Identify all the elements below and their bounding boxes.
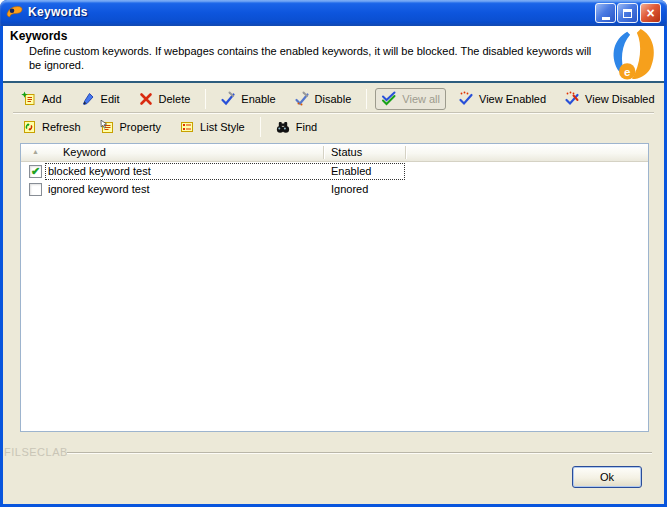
view-disabled-button[interactable]: View Disabled: [558, 88, 661, 110]
svg-text:e: e: [624, 66, 631, 78]
view-all-button[interactable]: View all: [375, 88, 446, 110]
toolbar-separator: [205, 89, 206, 109]
property-button[interactable]: Property: [93, 116, 168, 138]
refresh-icon: [21, 119, 37, 135]
close-button[interactable]: ×: [640, 3, 661, 23]
page-header: Keywords Define custom keywords. If webp…: [3, 26, 664, 83]
enable-button-label: Enable: [241, 93, 275, 105]
list-row-ignored-keyword[interactable]: ignored keyword test Ignored: [21, 181, 648, 199]
edit-icon: [80, 91, 96, 107]
enable-button[interactable]: Enable: [214, 88, 281, 110]
view-all-button-label: View all: [402, 93, 440, 105]
ok-button[interactable]: Ok: [572, 466, 642, 488]
view-disabled-icon: [564, 91, 580, 107]
view-enabled-button[interactable]: View Enabled: [452, 88, 552, 110]
dialog-client-area: Keywords Define custom keywords. If webp…: [3, 26, 664, 504]
row-checkbox-unchecked[interactable]: [29, 183, 42, 196]
disable-icon: [294, 91, 310, 107]
edit-button[interactable]: Edit: [74, 88, 126, 110]
row-checkbox-checked[interactable]: ✔: [29, 165, 42, 178]
find-icon: [275, 119, 291, 135]
view-all-icon: [381, 91, 397, 107]
refresh-button[interactable]: Refresh: [15, 116, 87, 138]
find-button-label: Find: [296, 121, 317, 133]
column-separator[interactable]: [405, 146, 406, 159]
list-style-button-label: List Style: [200, 121, 245, 133]
app-icon: [6, 4, 24, 22]
page-title: Keywords: [10, 29, 67, 43]
status-cell: Ignored: [331, 183, 368, 195]
maximize-icon: [623, 9, 632, 18]
list-header: ▲ Keyword Status: [21, 144, 648, 162]
delete-icon: [138, 91, 154, 107]
maximize-button[interactable]: [617, 3, 638, 23]
filseclab-brand-text: FILSECLAB: [4, 446, 68, 458]
add-icon: [21, 91, 37, 107]
delete-button[interactable]: Delete: [132, 88, 197, 110]
disable-button-label: Disable: [315, 93, 352, 105]
filseclab-wings-logo: e: [606, 28, 660, 82]
minimize-button[interactable]: [595, 3, 616, 23]
property-icon: [99, 119, 115, 135]
view-enabled-icon: [458, 91, 474, 107]
column-separator[interactable]: [323, 146, 324, 159]
disable-button[interactable]: Disable: [288, 88, 358, 110]
property-button-label: Property: [120, 121, 162, 133]
refresh-button-label: Refresh: [42, 121, 81, 133]
titlebar[interactable]: Keywords ×: [0, 0, 667, 26]
enable-icon: [220, 91, 236, 107]
toolbar-row-1: Add Edit Delete En: [3, 86, 664, 111]
find-button[interactable]: Find: [269, 116, 323, 138]
list-style-icon: [179, 119, 195, 135]
status-cell: Enabled: [331, 165, 371, 177]
toolbar-separator: [366, 89, 367, 109]
close-icon: ×: [646, 6, 654, 20]
column-header-status[interactable]: Status: [331, 146, 362, 158]
keyword-cell: blocked keyword test: [48, 165, 151, 177]
toolbar-separator: [260, 117, 261, 137]
page-description: Define custom keywords. If webpages cont…: [29, 44, 595, 72]
footer-divider: [67, 452, 652, 454]
add-button-label: Add: [42, 93, 62, 105]
view-disabled-button-label: View Disabled: [585, 93, 655, 105]
add-button[interactable]: Add: [15, 88, 68, 110]
delete-button-label: Delete: [159, 93, 191, 105]
sort-ascending-icon: ▲: [32, 148, 39, 155]
keywords-listview: ▲ Keyword Status ✔ blocked keyword test …: [20, 143, 649, 432]
list-style-button[interactable]: List Style: [173, 116, 251, 138]
column-header-keyword[interactable]: Keyword: [63, 146, 106, 158]
list-row-blocked-keyword[interactable]: ✔ blocked keyword test Enabled: [21, 163, 648, 181]
minimize-icon: [602, 17, 610, 20]
window-title: Keywords: [28, 5, 88, 19]
edit-button-label: Edit: [101, 93, 120, 105]
toolbar-row-2: Refresh Property: [3, 114, 664, 140]
keywords-dialog-window: Keywords × Keywords Define custom keywor…: [0, 0, 667, 507]
view-enabled-button-label: View Enabled: [479, 93, 546, 105]
keyword-cell: ignored keyword test: [48, 183, 150, 195]
